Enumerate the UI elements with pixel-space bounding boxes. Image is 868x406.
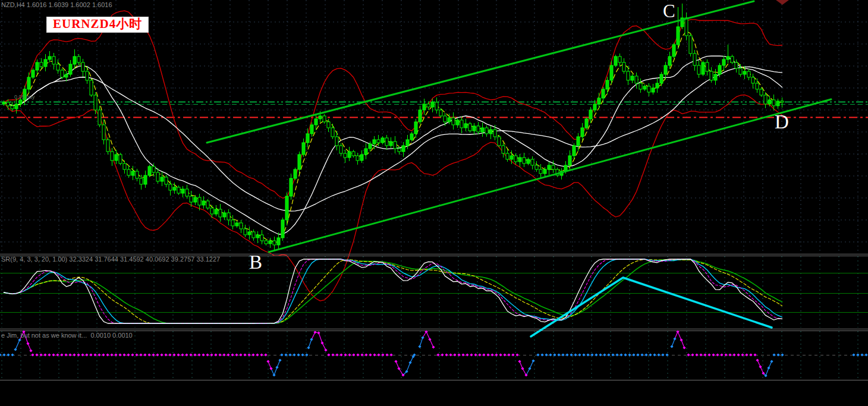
chart-canvas[interactable] bbox=[0, 0, 868, 406]
point-c-label: C bbox=[663, 1, 675, 21]
point-b-label: B bbox=[249, 251, 262, 273]
point-d-label: D bbox=[775, 111, 789, 133]
signal-indicator-label: e Jim, but not as we know it... 0.0010 0… bbox=[1, 332, 133, 339]
mt4-chart-window: NZD,H4 1.6016 1.6039 1.6002 1.6016 EURNZ… bbox=[0, 0, 868, 406]
order-line-label: 0.05 buy bbox=[14, 95, 35, 100]
rsi-indicator-label: SR(9, 4, 3, 3, 20, 1.00) 32.3324 31.7644… bbox=[1, 256, 220, 263]
symbol-ohlc-info: NZD,H4 1.6016 1.6039 1.6002 1.6016 bbox=[1, 1, 112, 8]
pair-label-box[interactable]: EURNZD4小时 bbox=[46, 17, 149, 33]
